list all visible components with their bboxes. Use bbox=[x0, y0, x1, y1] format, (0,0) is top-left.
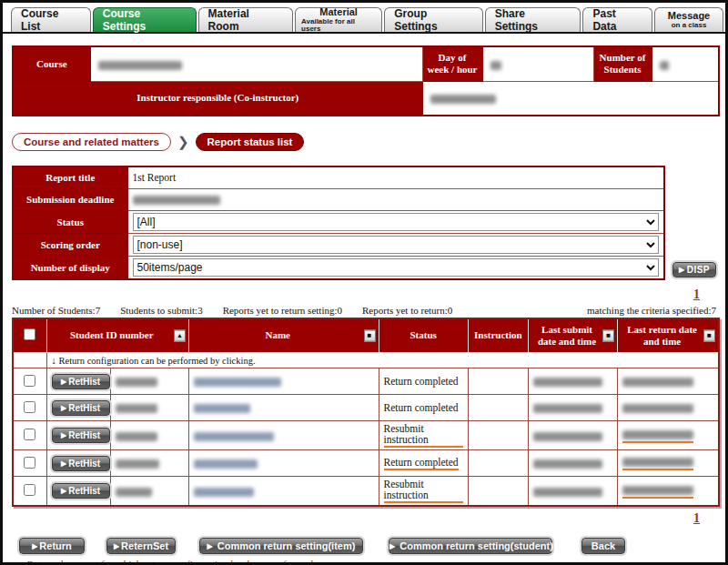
sort-name-button[interactable]: ■ bbox=[364, 329, 376, 341]
rethist-button[interactable]: ▶RetHist bbox=[52, 374, 110, 389]
table-row: ▶RetHist Return completed bbox=[13, 395, 719, 421]
tab-share-settings[interactable]: Share Settings bbox=[485, 7, 581, 32]
stat-yet-return-setting: Reports yet to return setting:0 bbox=[223, 305, 342, 316]
common-return-setting-student-button[interactable]: ▶ Common return setting(student) bbox=[389, 538, 552, 554]
student-name-redacted[interactable] bbox=[194, 432, 274, 441]
instruction-cell bbox=[468, 395, 528, 421]
last-return-redacted bbox=[622, 378, 693, 387]
status-text: Resubmit instruction bbox=[384, 423, 463, 448]
return-button[interactable]: ▶Return bbox=[19, 538, 85, 554]
tab-course-list[interactable]: Course List bbox=[11, 7, 91, 32]
sort-last-return-button[interactable]: ■ bbox=[703, 329, 715, 341]
filter-section: Report title 1st Report Submission deadl… bbox=[12, 166, 716, 280]
tab-label: Share Settings bbox=[495, 7, 571, 33]
return-config-note: ↓ Return configuration can be performed … bbox=[46, 353, 719, 368]
number-of-students-redacted bbox=[660, 61, 669, 70]
row-checkbox[interactable] bbox=[24, 457, 35, 469]
play-icon: ▶ bbox=[61, 431, 66, 439]
last-return-redacted bbox=[622, 486, 693, 495]
play-icon: ▶ bbox=[114, 542, 119, 550]
student-name-redacted[interactable] bbox=[194, 404, 250, 413]
play-icon: ▶ bbox=[389, 542, 395, 550]
last-submit-redacted bbox=[533, 459, 602, 469]
student-id-redacted bbox=[116, 459, 159, 469]
tab-group-settings[interactable]: Group Settings bbox=[384, 7, 482, 32]
play-icon: ▶ bbox=[679, 266, 685, 274]
rethist-button[interactable]: ▶RetHist bbox=[52, 400, 110, 416]
scoring-order-label: Scoring order bbox=[13, 233, 127, 256]
last-return-underline bbox=[622, 456, 693, 470]
last-return-redacted bbox=[622, 430, 693, 439]
tab-past-data[interactable]: Past Data bbox=[582, 7, 652, 32]
rethist-button[interactable]: ▶RetHist bbox=[52, 483, 110, 499]
tab-material-all-users[interactable]: MaterialAvailable for all users bbox=[295, 7, 382, 32]
tab-material-room[interactable]: Material Room bbox=[198, 7, 293, 32]
tab-label: Course List bbox=[21, 7, 81, 33]
tab-label: Material bbox=[319, 7, 358, 17]
last-return-underline bbox=[622, 428, 693, 442]
instructor-redacted bbox=[430, 95, 496, 104]
status-select[interactable]: [All] bbox=[133, 213, 660, 231]
course-info-table: Course Day of week / hour Number of Stud… bbox=[12, 45, 720, 116]
course-name-redacted bbox=[98, 61, 182, 70]
sort-student-id-button[interactable]: ▲ bbox=[174, 329, 186, 341]
common-return-setting-item-button[interactable]: ▶ Common return setting(item) bbox=[199, 538, 363, 554]
row-checkbox[interactable] bbox=[24, 484, 35, 496]
page-1-link[interactable]: 1 bbox=[693, 511, 700, 525]
disp-button[interactable]: ▶DISP bbox=[672, 262, 716, 277]
scoring-order-select[interactable]: [non-use] bbox=[133, 236, 660, 254]
rethist-button[interactable]: ▶RetHist bbox=[52, 456, 110, 471]
stat-students-to-submit: Students to submit:3 bbox=[120, 305, 202, 316]
pagination-bottom: 1 bbox=[12, 511, 716, 526]
stat-number-of-students: Number of Students:7 bbox=[12, 305, 100, 316]
instruction-cell bbox=[468, 477, 528, 507]
play-icon: ▶ bbox=[61, 487, 66, 495]
tab-label: Message bbox=[668, 11, 710, 21]
student-name-redacted[interactable] bbox=[194, 488, 254, 497]
play-icon: ▶ bbox=[61, 404, 66, 412]
student-name-redacted[interactable] bbox=[194, 459, 258, 469]
select-all-header bbox=[13, 318, 46, 353]
number-of-display-select[interactable]: 50items/page bbox=[133, 258, 660, 277]
select-all-checkbox[interactable] bbox=[24, 328, 35, 340]
page-1-link[interactable]: 1 bbox=[693, 288, 700, 301]
footer-note: ↑ Return the report for which return con… bbox=[12, 560, 716, 565]
report-status-table: Student ID number▲ Name■ Status Instruct… bbox=[12, 318, 720, 508]
table-row: ▶RetHist Return completed bbox=[13, 368, 719, 395]
table-row: ▶RetHist Resubmit instruction bbox=[13, 421, 719, 450]
student-id-redacted bbox=[116, 432, 157, 441]
course-name-cell bbox=[90, 46, 422, 81]
deadline-redacted bbox=[133, 196, 220, 205]
last-submit-redacted bbox=[533, 404, 602, 413]
tab-label: Past Data bbox=[592, 7, 642, 33]
return-set-button[interactable]: ▶ReternSet bbox=[106, 538, 176, 554]
play-icon: ▶ bbox=[61, 378, 66, 386]
tab-sublabel: on a class bbox=[672, 22, 707, 29]
tab-course-settings[interactable]: Course Settings bbox=[93, 7, 197, 32]
play-icon: ▶ bbox=[207, 542, 213, 550]
status-text: Return completed bbox=[384, 376, 459, 387]
course-related-matters-button[interactable]: Course and related matters bbox=[12, 133, 171, 151]
sort-last-submit-button[interactable]: ■ bbox=[602, 329, 614, 341]
back-button[interactable]: Back bbox=[581, 538, 625, 554]
day-of-week-redacted bbox=[490, 61, 501, 70]
instruction-cell bbox=[468, 421, 528, 450]
student-name-redacted[interactable] bbox=[194, 378, 281, 387]
stat-yet-return: Reports yet to return:0 bbox=[362, 305, 452, 316]
chevron-right-icon: ❯ bbox=[177, 134, 189, 150]
name-header: Name■ bbox=[188, 318, 379, 353]
table-row: ▶RetHist Return completed bbox=[13, 450, 719, 477]
row-checkbox[interactable] bbox=[24, 429, 35, 440]
student-id-header: Student ID number▲ bbox=[46, 318, 188, 353]
number-of-students-cell bbox=[652, 46, 719, 81]
footer-buttons: ▶Return ▶ReternSet ▶ Common return setti… bbox=[12, 538, 716, 554]
play-icon: ▶ bbox=[32, 542, 37, 550]
row-checkbox[interactable] bbox=[24, 401, 35, 413]
rethist-button[interactable]: ▶RetHist bbox=[52, 428, 110, 443]
day-of-week-label: Day of week / hour bbox=[422, 46, 482, 81]
report-status-list-button[interactable]: Report status list bbox=[196, 133, 305, 151]
tab-message[interactable]: Messageon a class bbox=[654, 7, 723, 32]
instruction-cell bbox=[468, 450, 528, 477]
row-checkbox[interactable] bbox=[24, 375, 35, 387]
play-icon: ▶ bbox=[61, 459, 66, 468]
